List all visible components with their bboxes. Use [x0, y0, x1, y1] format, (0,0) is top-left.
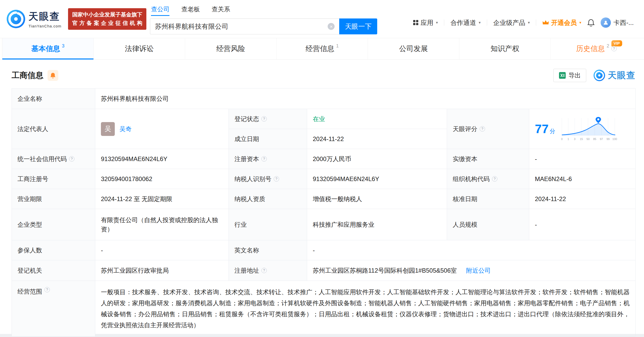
value-company-type: 有限责任公司（自然人投资或控股的法人独资）: [95, 209, 229, 240]
label-company-name: 企业名称: [12, 88, 95, 109]
tab-legal-label: 法律诉讼: [125, 44, 154, 54]
header: 天眼查 TianYanCha.com 国家中小企业发展子基金旗下 官方备案企业征…: [0, 0, 644, 38]
business-info-table: 企业名称 苏州科界航科技有限公司 法定代表人 吴 吴奇 登记状态 在业 天眼评分…: [12, 88, 636, 336]
nav-divider: [536, 19, 536, 26]
tab-basic-info-count: 3: [62, 43, 64, 49]
search-tab-boss[interactable]: 查老板: [181, 5, 200, 15]
svg-text:1: 1: [567, 137, 569, 141]
svg-text:15: 15: [580, 137, 583, 141]
value-staff-size: -: [529, 209, 636, 240]
tab-intellectual-property[interactable]: 知识产权: [459, 38, 551, 59]
value-registration-number: 320594001780062: [95, 169, 229, 189]
label-establish-date: 成立日期: [229, 129, 307, 149]
tianyancha-logo[interactable]: 天眼查 TianYanCha.com: [6, 9, 61, 28]
legal-rep-avatar[interactable]: 吴: [101, 122, 115, 136]
tab-operating-risk[interactable]: 经营风险: [185, 38, 277, 59]
search-input[interactable]: [150, 18, 339, 34]
tianyancha-logo-icon: [6, 9, 25, 28]
logo-title: 天眼查: [29, 10, 61, 23]
user-name: 卡西-...: [613, 18, 634, 27]
value-credit-code: 91320594MAE6N24L6Y: [95, 149, 229, 169]
tab-legal-proceedings[interactable]: 法律诉讼: [94, 38, 185, 59]
score-pin-icon: [596, 117, 601, 123]
nav-vip-label: 开通会员: [551, 18, 577, 27]
label-registration-status: 登记状态: [229, 109, 307, 129]
tab-history-label: 历史信息: [576, 44, 605, 54]
value-registration-status: 在业: [307, 109, 447, 129]
label-company-type: 企业类型: [12, 209, 95, 240]
help-icon: [69, 156, 74, 162]
value-insured-count: -: [95, 240, 229, 260]
help-icon: [261, 116, 267, 122]
label-registration-authority: 登记机关: [12, 260, 95, 281]
value-tianyan-score[interactable]: 77分 0 1: [529, 109, 636, 149]
excel-icon: [559, 72, 566, 79]
company-section-tabs: 基本信息 3 法律诉讼 经营风险 经营信息 1 公司发展 知识产权 VIP 历史…: [0, 38, 644, 60]
label-legal-representative: 法定代表人: [12, 109, 95, 149]
nav-divider: [487, 19, 487, 26]
nav-vip-membership[interactable]: 开通会员 ▾: [542, 18, 581, 27]
apps-grid-icon: [413, 20, 419, 25]
value-registered-address: 苏州工业园区苏桐路112号国际科创园1#B505&506室 附近公司: [307, 260, 636, 281]
search-tab-company[interactable]: 查公司: [151, 5, 169, 15]
label-credit-code: 统一社会信用代码: [12, 149, 95, 169]
page: 天眼查 TianYanCha.com 国家中小企业发展子基金旗下 官方备案企业征…: [0, 0, 644, 334]
nav-cooperation[interactable]: 合作通道 ▾: [450, 18, 481, 27]
top-nav: 应用 ▾ 合作通道 ▾ 企业级产品 ▾ 开通会员 ▾: [413, 17, 634, 28]
tianyancha-watermark: 天眼查: [593, 70, 636, 81]
search-button[interactable]: 天眼一下: [339, 18, 377, 34]
chevron-down-icon: ▾: [528, 20, 530, 25]
vip-tag: VIP: [611, 40, 622, 46]
legal-rep-name-link[interactable]: 吴奇: [119, 124, 132, 134]
export-button[interactable]: 导出: [553, 69, 586, 82]
nav-enterprise-products[interactable]: 企业级产品 ▾: [493, 18, 530, 27]
help-icon: [611, 46, 617, 51]
user-menu[interactable]: 卡西-...: [601, 17, 634, 28]
label-approval-date: 核准日期: [447, 189, 529, 209]
tab-operating-info[interactable]: 经营信息 1: [277, 38, 368, 59]
help-icon: [44, 287, 50, 292]
svg-text:50: 50: [586, 137, 590, 141]
label-organization-code: 组织机构代码: [447, 169, 529, 189]
tab-operating-label: 经营信息: [306, 44, 334, 54]
clear-search-icon[interactable]: ×: [328, 23, 335, 30]
help-icon: [480, 126, 485, 132]
nearby-companies-link[interactable]: 附近公司: [466, 266, 491, 275]
tab-basic-info-label: 基本信息: [31, 44, 60, 54]
nav-divider: [444, 19, 444, 26]
value-legal-representative: 吴 吴奇: [95, 109, 229, 149]
logo-domain: TianYanCha.com: [29, 24, 61, 28]
chevron-down-icon: ▾: [436, 20, 438, 25]
value-business-term: 2024-11-22 至 无固定期限: [95, 189, 229, 209]
tab-history-info[interactable]: VIP 历史信息 2: [551, 38, 642, 59]
section-head: 工商信息 导出: [0, 60, 644, 88]
search-tab-relation[interactable]: 查关系: [212, 5, 230, 15]
svg-text:99: 99: [607, 137, 610, 141]
help-icon: [274, 176, 279, 182]
label-business-scope: 经营范围: [12, 281, 95, 336]
score-axis-ticks: 0 1 3 15 50 85 97 99 100: [561, 137, 617, 141]
label-registered-capital: 注册资本: [229, 149, 307, 169]
label-registered-address: 注册地址: [229, 260, 307, 281]
value-approval-date: 2024-11-22: [529, 189, 636, 209]
value-registration-authority: 苏州工业园区行政审批局: [95, 260, 229, 281]
help-icon: [261, 156, 267, 162]
notifications-bell-icon[interactable]: [588, 19, 594, 26]
label-paid-capital: 实缴资本: [447, 149, 529, 169]
badge-line2: 官方备案企业征信机构: [72, 19, 142, 27]
chevron-down-icon: ▾: [479, 20, 481, 25]
label-taxpayer-id: 纳税人识别号: [229, 169, 307, 189]
value-taxpayer-quality: 增值税一般纳税人: [307, 189, 447, 209]
value-registered-capital: 2000万人民币: [307, 149, 447, 169]
tab-operating-count: 1: [336, 43, 339, 49]
label-tianyan-score: 天眼评分: [447, 109, 529, 149]
nav-cooperation-label: 合作通道: [450, 18, 476, 27]
nav-enterprise-label: 企业级产品: [493, 18, 525, 27]
subscribe-bell-icon[interactable]: [48, 70, 58, 81]
tab-risk-label: 经营风险: [216, 44, 245, 54]
label-taxpayer-quality: 纳税人资质: [229, 189, 307, 209]
tab-company-development[interactable]: 公司发展: [368, 38, 459, 59]
section-title: 工商信息: [12, 70, 43, 81]
tab-basic-info[interactable]: 基本信息 3: [2, 38, 94, 59]
nav-apps[interactable]: 应用 ▾: [413, 18, 438, 27]
